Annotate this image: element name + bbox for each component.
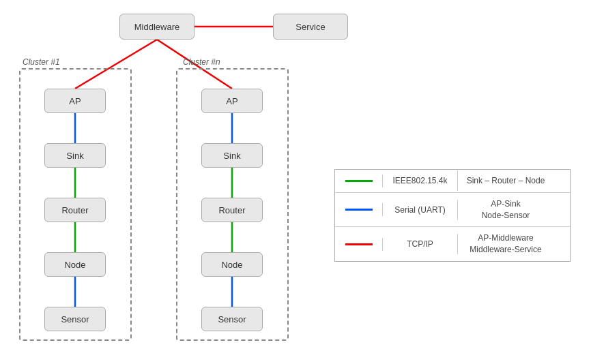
clustern-ap: AP xyxy=(201,89,263,113)
cluster1-router: Router xyxy=(44,198,106,222)
legend-red-desc: AP-Middleware Middleware-Service xyxy=(458,227,553,261)
legend-green-name: IEEE802.15.4k xyxy=(383,170,458,191)
cluster1-sensor: Sensor xyxy=(44,307,106,331)
service-node: Service xyxy=(273,14,348,40)
legend-blue-line xyxy=(345,209,373,211)
legend-red-line-cell xyxy=(335,238,383,251)
legend-row-red: TCP/IP AP-Middleware Middleware-Service xyxy=(335,227,570,261)
legend-green-desc: Sink – Router – Node xyxy=(458,170,553,192)
cluster1-sink: Sink xyxy=(44,143,106,168)
cluster1-ap: AP xyxy=(44,89,106,113)
clustern-label: Cluster #n xyxy=(183,57,220,67)
legend-row-green: IEEE802.15.4k Sink – Router – Node xyxy=(335,170,570,193)
middleware-node: Middleware xyxy=(119,14,194,40)
legend: IEEE802.15.4k Sink – Router – Node Seria… xyxy=(334,169,571,262)
clustern-router: Router xyxy=(201,198,263,222)
diagram-area: Middleware Service Cluster #1 AP Sink Ro… xyxy=(0,0,591,364)
cluster1-label: Cluster #1 xyxy=(23,57,60,67)
legend-blue-line-cell xyxy=(335,203,383,216)
legend-green-line-cell xyxy=(335,175,383,187)
clustern-sink: Sink xyxy=(201,143,263,168)
legend-green-line xyxy=(345,180,373,182)
legend-red-name: TCP/IP xyxy=(383,234,458,254)
legend-row-blue: Serial (UART) AP-Sink Node-Sensor xyxy=(335,193,570,228)
clustern-sensor: Sensor xyxy=(201,307,263,331)
cluster1-node: Node xyxy=(44,252,106,277)
legend-red-line xyxy=(345,243,373,245)
legend-blue-desc: AP-Sink Node-Sensor xyxy=(458,193,553,227)
legend-blue-name: Serial (UART) xyxy=(383,200,458,220)
clustern-node: Node xyxy=(201,252,263,277)
